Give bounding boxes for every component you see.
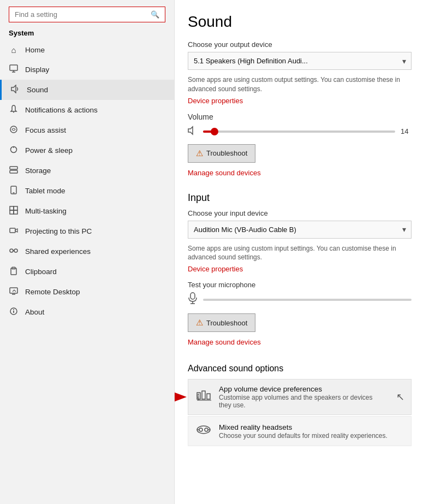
page-title: Sound xyxy=(188,13,412,31)
output-warning-icon: ⚠ xyxy=(196,149,203,158)
sidebar-item-label: Clipboard xyxy=(25,268,57,276)
sidebar-item-shared-experiences[interactable]: Shared experiences xyxy=(0,241,174,262)
svg-rect-12 xyxy=(10,206,14,210)
main-content: Sound Choose your output device 5.1 Spea… xyxy=(175,0,429,504)
input-troubleshoot-label: Troubleshoot xyxy=(206,319,247,327)
svg-rect-29 xyxy=(190,293,195,299)
svg-rect-16 xyxy=(10,228,15,233)
svg-marker-28 xyxy=(188,127,193,134)
mic-test-row xyxy=(188,292,412,307)
app-volume-item[interactable]: App volume device preferences Customise … xyxy=(188,379,412,415)
test-mic-label: Test your microphone xyxy=(188,281,412,289)
multi-tasking-icon xyxy=(9,206,19,216)
sidebar-item-label: Display xyxy=(25,66,49,74)
volume-row: 14 xyxy=(188,126,412,138)
sidebar-item-label: Remote Desktop xyxy=(25,288,80,296)
notifications-icon xyxy=(9,105,19,115)
sidebar-item-home[interactable]: ⌂ Home xyxy=(0,40,174,60)
svg-rect-9 xyxy=(10,170,17,173)
search-wrap: 🔍 xyxy=(0,0,174,27)
advanced-title: Advanced sound options xyxy=(188,364,412,373)
svg-rect-13 xyxy=(14,206,17,210)
sidebar-item-about[interactable]: About xyxy=(0,302,174,322)
app-volume-wrap: App volume device preferences Customise … xyxy=(188,379,412,415)
svg-rect-14 xyxy=(10,210,14,214)
sidebar-item-sound[interactable]: Sound xyxy=(0,80,174,100)
clipboard-icon xyxy=(9,266,19,277)
sidebar-item-power-sleep[interactable]: Power & sleep xyxy=(0,140,174,161)
red-arrow xyxy=(175,389,189,405)
output-device-properties-link[interactable]: Device properties xyxy=(188,97,243,105)
search-icon: 🔍 xyxy=(151,10,159,19)
input-warning-icon: ⚠ xyxy=(196,318,203,328)
mixed-reality-texts: Mixed reality headsets Choose your sound… xyxy=(219,423,404,440)
tablet-mode-icon xyxy=(9,186,19,196)
input-section-title: Input xyxy=(188,192,412,204)
system-section-title: System xyxy=(0,27,174,40)
sidebar-item-tablet-mode[interactable]: Tablet mode xyxy=(0,181,174,201)
svg-marker-3 xyxy=(11,85,16,93)
display-icon xyxy=(9,64,19,75)
volume-icon xyxy=(188,126,198,138)
cursor-icon: ↖ xyxy=(396,391,404,403)
svg-point-41 xyxy=(205,428,208,431)
mixed-reality-item[interactable]: Mixed reality headsets Choose your sound… xyxy=(188,416,412,446)
svg-point-27 xyxy=(13,309,14,310)
output-troubleshoot-label: Troubleshoot xyxy=(206,149,247,157)
mixed-reality-title: Mixed reality headsets xyxy=(219,423,404,431)
sidebar-item-label: Home xyxy=(25,46,45,54)
sidebar-item-storage[interactable]: Storage xyxy=(0,161,174,181)
sidebar-item-label: Focus assist xyxy=(25,126,66,134)
sidebar-item-clipboard[interactable]: Clipboard xyxy=(0,262,174,282)
mixed-reality-desc: Choose your sound defaults for mixed rea… xyxy=(219,432,404,440)
output-troubleshoot-button[interactable]: ⚠ Troubleshoot xyxy=(188,144,255,163)
sidebar-item-focus-assist[interactable]: Focus assist xyxy=(0,120,174,140)
output-manage-devices-link[interactable]: Manage sound devices xyxy=(188,169,261,177)
sidebar-item-projecting[interactable]: Projecting to this PC xyxy=(0,221,174,241)
remote-desktop-icon xyxy=(9,287,19,297)
sidebar-item-label: Shared experiences xyxy=(25,247,91,256)
sidebar-item-label: Sound xyxy=(27,86,48,94)
sidebar-item-label: About xyxy=(25,308,44,316)
volume-slider[interactable] xyxy=(203,131,395,133)
svg-rect-0 xyxy=(10,65,17,70)
app-volume-texts: App volume device preferences Customise … xyxy=(219,385,386,409)
svg-rect-35 xyxy=(202,391,205,399)
input-device-select-wrap[interactable]: Audition Mic (VB-Audio Cable B) xyxy=(188,221,412,239)
about-icon xyxy=(9,307,19,317)
search-input[interactable] xyxy=(15,10,147,19)
svg-rect-36 xyxy=(207,394,210,399)
svg-rect-15 xyxy=(14,210,17,214)
sidebar-item-label: Projecting to this PC xyxy=(25,227,92,235)
input-manage-devices-link[interactable]: Manage sound devices xyxy=(188,338,261,346)
sidebar-item-remote-desktop[interactable]: Remote Desktop xyxy=(0,282,174,302)
mixed-reality-icon xyxy=(195,422,212,440)
input-device-select[interactable]: Audition Mic (VB-Audio Cable B) xyxy=(188,221,412,239)
sidebar-item-label: Power & sleep xyxy=(25,146,73,155)
app-volume-desc: Customise app volumes and the speakers o… xyxy=(219,394,386,409)
sidebar: 🔍 System ⌂ Home Display Sound Notificati… xyxy=(0,0,175,504)
sidebar-item-display[interactable]: Display xyxy=(0,60,174,80)
search-box[interactable]: 🔍 xyxy=(9,7,165,22)
volume-section: Volume 14 xyxy=(188,112,412,138)
sound-icon xyxy=(10,85,20,95)
storage-icon xyxy=(9,165,19,176)
sidebar-item-multi-tasking[interactable]: Multi-tasking xyxy=(0,201,174,221)
svg-point-19 xyxy=(14,249,17,252)
sidebar-item-label: Storage xyxy=(25,167,51,175)
input-troubleshoot-button[interactable]: ⚠ Troubleshoot xyxy=(188,313,255,332)
volume-value: 14 xyxy=(401,127,412,135)
input-info-text: Some apps are using custom input setting… xyxy=(188,244,412,263)
volume-label: Volume xyxy=(188,112,412,121)
output-device-select-wrap[interactable]: 5.1 Speakers (High Definition Audi... xyxy=(188,52,412,70)
sidebar-item-notifications[interactable]: Notifications & actions xyxy=(0,100,174,120)
app-volume-title: App volume device preferences xyxy=(219,385,386,393)
output-device-select[interactable]: 5.1 Speakers (High Definition Audi... xyxy=(188,52,412,70)
input-device-properties-link[interactable]: Device properties xyxy=(188,265,243,273)
svg-point-40 xyxy=(199,428,202,431)
home-icon: ⌂ xyxy=(9,45,19,55)
mic-icon xyxy=(188,292,198,307)
shared-experiences-icon xyxy=(9,246,19,257)
volume-slider-thumb[interactable] xyxy=(211,128,218,135)
output-device-label: Choose your output device xyxy=(188,40,412,49)
